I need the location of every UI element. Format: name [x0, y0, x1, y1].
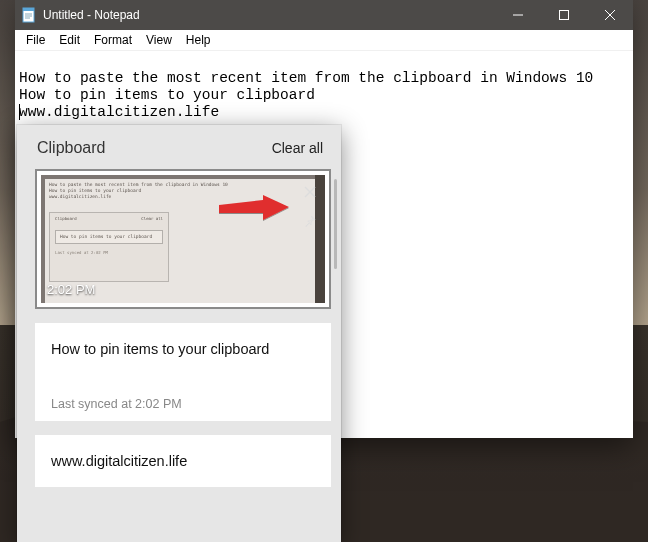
svg-rect-1	[23, 8, 34, 11]
clipboard-title: Clipboard	[37, 139, 105, 157]
editor-line: How to pin items to your clipboard	[19, 87, 315, 103]
thumb-text: How to paste the most recent item from t…	[49, 182, 228, 187]
menu-edit[interactable]: Edit	[52, 31, 87, 49]
editor-line: How to paste the most recent item from t…	[19, 70, 593, 86]
clipboard-item-text[interactable]: www.digitalcitizen.life	[35, 435, 331, 487]
close-button[interactable]	[587, 0, 633, 30]
pin-icon	[304, 214, 317, 227]
clipboard-items-list: How to paste the most recent item from t…	[17, 169, 341, 542]
clipboard-item-synced: Last synced at 2:02 PM	[51, 397, 315, 411]
clipboard-item-content: How to pin items to your clipboard	[51, 341, 315, 357]
close-icon	[304, 186, 316, 198]
clipboard-header: Clipboard Clear all	[17, 125, 341, 169]
window-title: Untitled - Notepad	[43, 8, 140, 22]
thumb-text: Last synced at 2:02 PM	[55, 250, 108, 255]
minimize-button[interactable]	[495, 0, 541, 30]
title-bar[interactable]: Untitled - Notepad	[15, 0, 633, 30]
svg-marker-11	[219, 195, 289, 220]
svg-rect-6	[560, 11, 569, 20]
clipboard-thumbnail: How to paste the most recent item from t…	[41, 175, 325, 303]
text-caret	[19, 104, 20, 120]
menu-format[interactable]: Format	[87, 31, 139, 49]
clipboard-item-time: 2:02 PM	[47, 282, 95, 297]
notepad-icon	[21, 7, 37, 23]
clear-all-button[interactable]: Clear all	[272, 140, 323, 156]
menu-help[interactable]: Help	[179, 31, 218, 49]
clipboard-history-panel: Clipboard Clear all How to paste the mos…	[17, 125, 341, 542]
editor-line: www.digitalcitizen.life	[19, 104, 219, 120]
thumb-text: Clipboard	[55, 216, 77, 222]
menu-bar: File Edit Format View Help	[15, 30, 633, 50]
pin-item-button[interactable]	[301, 211, 319, 229]
thumb-text: Clear all	[141, 216, 163, 222]
maximize-button[interactable]	[541, 0, 587, 30]
clipboard-item-text[interactable]: How to pin items to your clipboard Last …	[35, 323, 331, 421]
clipboard-item-content: www.digitalcitizen.life	[51, 453, 315, 469]
clipboard-item-image[interactable]: How to paste the most recent item from t…	[35, 169, 331, 309]
thumb-text: How to pin items to your clipboard	[49, 188, 141, 193]
thumb-text: www.digitalcitizen.life	[49, 194, 111, 199]
thumb-text: How to pin items to your clipboard	[60, 234, 152, 239]
delete-item-button[interactable]	[301, 183, 319, 201]
annotation-arrow	[219, 195, 289, 223]
scrollbar-thumb[interactable]	[334, 179, 337, 269]
menu-file[interactable]: File	[19, 31, 52, 49]
menu-view[interactable]: View	[139, 31, 179, 49]
